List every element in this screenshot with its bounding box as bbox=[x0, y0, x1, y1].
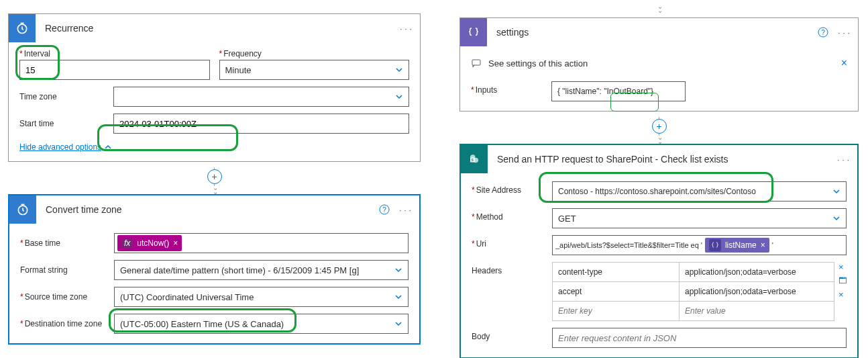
header-value[interactable]: application/json;odata=verbose bbox=[680, 263, 834, 281]
inputs-value: { "listName": "InOutBoard"} bbox=[557, 87, 653, 96]
headers-label: Headers bbox=[472, 262, 552, 275]
starttime-label: Start time bbox=[19, 119, 113, 128]
more-icon[interactable]: · · · bbox=[400, 24, 412, 34]
chevron-up-icon bbox=[104, 143, 112, 151]
header-key-input[interactable] bbox=[553, 302, 679, 320]
table-row: accept application/json;odata=verbose bbox=[553, 282, 834, 302]
chevron-down-icon bbox=[395, 93, 403, 101]
settings-header[interactable]: settings ? · · · bbox=[460, 18, 858, 46]
connector: + ⌄⌄ bbox=[459, 117, 859, 144]
svg-text:?: ? bbox=[382, 206, 386, 214]
svg-text:?: ? bbox=[821, 29, 825, 36]
site-address-select[interactable]: Contoso - https://contoso.sharepoint.com… bbox=[552, 181, 847, 202]
delete-row-icon[interactable]: × bbox=[838, 262, 847, 272]
close-icon[interactable]: × bbox=[761, 240, 765, 250]
convert-header[interactable]: Convert time zone ? · · · bbox=[9, 195, 419, 224]
chevron-down-icon bbox=[394, 293, 402, 301]
interval-input[interactable] bbox=[19, 60, 210, 80]
frequency-select[interactable]: Minute bbox=[219, 60, 410, 80]
inputs-label: Inputs bbox=[471, 81, 551, 95]
hide-advanced-link[interactable]: Hide advanced options bbox=[19, 142, 112, 152]
chevron-down-icon bbox=[394, 266, 402, 274]
close-icon[interactable]: × bbox=[173, 238, 178, 248]
sourcetz-select[interactable]: (UTC) Coordinated Universal Time bbox=[114, 287, 409, 307]
clock-icon bbox=[9, 14, 36, 42]
comment-icon bbox=[471, 58, 482, 69]
header-value-input[interactable] bbox=[680, 302, 834, 320]
chevron-down-icon bbox=[394, 320, 402, 328]
more-icon[interactable]: · · · bbox=[837, 154, 849, 165]
help-icon[interactable]: ? bbox=[379, 204, 390, 215]
desttz-select[interactable]: (UTC-05:00) Eastern Time (US & Canada) bbox=[114, 314, 409, 334]
site-address-label: Site Address bbox=[472, 181, 552, 195]
variable-pill[interactable]: listName × bbox=[705, 238, 769, 253]
convert-timezone-card: Convert time zone ? · · · Base time fx u… bbox=[8, 194, 421, 345]
sourcetz-value: (UTC) Coordinated Universal Time bbox=[120, 292, 254, 302]
table-row bbox=[553, 302, 834, 321]
body-label: Body bbox=[472, 328, 552, 341]
chevron-down-icon bbox=[395, 66, 403, 74]
text-mode-icon[interactable]: 🗔 bbox=[838, 276, 847, 285]
uri-label: Uri bbox=[472, 235, 552, 249]
settings-card: settings ? · · · See settings of this ac… bbox=[459, 17, 859, 111]
more-icon[interactable]: · · · bbox=[838, 28, 850, 38]
recurrence-header[interactable]: Recurrence · · · bbox=[9, 14, 420, 42]
arrow-down-icon: ⌄⌄ bbox=[213, 186, 216, 194]
uri-prefix: _api/web/Lists?$select=Title&$filter=Tit… bbox=[555, 241, 702, 249]
action-note: See settings of this action bbox=[488, 58, 588, 69]
headers-table: content-type application/json;odata=verb… bbox=[552, 262, 834, 321]
arrow-down-icon: ⌄⌄ bbox=[657, 136, 661, 144]
format-label: Format string bbox=[20, 265, 114, 275]
site-address-value: Contoso - https://contoso.sharepoint.com… bbox=[558, 187, 756, 196]
connector: + ⌄⌄ bbox=[8, 167, 421, 194]
frequency-value: Minute bbox=[225, 65, 252, 75]
more-icon[interactable]: · · · bbox=[399, 205, 411, 215]
connector: ⌄⌄ bbox=[459, 0, 859, 17]
sharepoint-title: Send an HTTP request to SharePoint - Che… bbox=[497, 154, 837, 165]
close-icon[interactable]: × bbox=[841, 57, 847, 69]
interval-label: Interval bbox=[19, 49, 210, 58]
braces-icon bbox=[709, 239, 721, 251]
header-key[interactable]: content-type bbox=[553, 263, 679, 281]
timezone-label: Time zone bbox=[19, 92, 113, 101]
starttime-input[interactable] bbox=[113, 114, 409, 134]
frequency-label: Frequency bbox=[219, 49, 410, 58]
desttz-value: (UTC-05:00) Eastern Time (US & Canada) bbox=[120, 319, 284, 329]
arrow-down-icon: ⌄⌄ bbox=[657, 5, 661, 13]
add-step-button[interactable]: + bbox=[207, 169, 222, 184]
uri-input[interactable]: _api/web/Lists?$select=Title&$filter=Tit… bbox=[552, 235, 847, 255]
delete-row-icon[interactable]: × bbox=[838, 289, 847, 300]
header-value[interactable]: application/json;odata=verbose bbox=[680, 282, 834, 301]
help-icon[interactable]: ? bbox=[818, 27, 828, 38]
svg-rect-6 bbox=[472, 60, 480, 65]
basetime-label: Base time bbox=[20, 238, 114, 248]
method-value: GET bbox=[558, 214, 576, 224]
chevron-down-icon bbox=[832, 187, 840, 195]
sourcetz-label: Source time zone bbox=[20, 292, 114, 302]
table-row: content-type application/json;odata=verb… bbox=[553, 263, 834, 282]
sharepoint-icon: S bbox=[461, 145, 488, 173]
method-select[interactable]: GET bbox=[552, 208, 847, 228]
sharepoint-header[interactable]: S Send an HTTP request to SharePoint - C… bbox=[461, 145, 857, 173]
settings-title: settings bbox=[496, 27, 818, 38]
desttz-label: Destination time zone bbox=[20, 319, 114, 328]
format-value: General date/time pattern (short time) -… bbox=[120, 265, 359, 275]
method-label: Method bbox=[472, 208, 552, 222]
chevron-down-icon bbox=[832, 214, 840, 222]
timezone-select[interactable] bbox=[113, 87, 409, 107]
fx-icon: fx bbox=[121, 238, 133, 248]
expression-pill[interactable]: fx utcNow() × bbox=[117, 235, 182, 251]
header-key[interactable]: accept bbox=[553, 282, 679, 301]
clock-icon bbox=[9, 195, 36, 224]
sharepoint-http-card: S Send an HTTP request to SharePoint - C… bbox=[459, 144, 859, 358]
inputs-field[interactable]: { "listName": "InOutBoard"} bbox=[551, 81, 686, 101]
body-input[interactable] bbox=[552, 328, 847, 348]
add-step-button[interactable]: + bbox=[652, 119, 667, 134]
svg-text:S: S bbox=[472, 158, 474, 162]
convert-title: Convert time zone bbox=[46, 204, 379, 215]
recurrence-title: Recurrence bbox=[45, 23, 400, 34]
format-select[interactable]: General date/time pattern (short time) -… bbox=[114, 260, 409, 280]
recurrence-card: Recurrence · · · Interval Frequency Minu… bbox=[8, 13, 421, 162]
braces-icon bbox=[460, 18, 487, 46]
basetime-input[interactable]: fx utcNow() × bbox=[114, 233, 409, 253]
